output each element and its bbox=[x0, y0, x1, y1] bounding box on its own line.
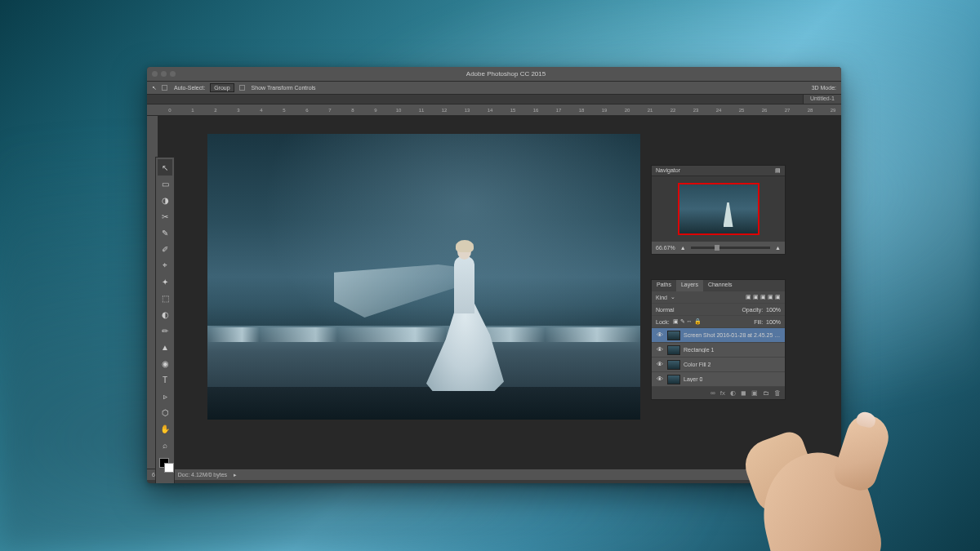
auto-select-label: Auto-Select: bbox=[174, 85, 205, 91]
tool-8[interactable]: ⬚ bbox=[158, 290, 172, 306]
panel-menu-icon[interactable]: ▤ bbox=[775, 167, 781, 174]
layer-thumb bbox=[667, 375, 680, 384]
layer-action-icon[interactable]: ◐ bbox=[730, 389, 736, 397]
layer-name: Layer 0 bbox=[684, 376, 702, 382]
tool-3[interactable]: ✂ bbox=[158, 208, 172, 224]
kind-label: Kind bbox=[656, 295, 667, 300]
tool-14[interactable]: ▹ bbox=[158, 388, 172, 404]
layers-panel[interactable]: PathsLayersChannels Kind ⌄ ▣ ▣ ▣ ▣ ▣ Nor… bbox=[651, 279, 786, 400]
tool-7[interactable]: ✦ bbox=[158, 273, 172, 290]
tool-4[interactable]: ✎ bbox=[158, 224, 172, 241]
tool-17[interactable]: ⌕ bbox=[158, 437, 172, 453]
filter-select[interactable]: ⌄ bbox=[670, 294, 675, 300]
zoom-in-icon[interactable]: ▲ bbox=[775, 245, 781, 251]
hand-holding-display bbox=[727, 400, 898, 551]
tool-10[interactable]: ✏ bbox=[158, 322, 172, 339]
tool-11[interactable]: ▲ bbox=[158, 339, 172, 355]
tool-13[interactable]: T bbox=[158, 371, 172, 388]
navigator-zoom[interactable]: 66.67% bbox=[656, 245, 675, 251]
layers-lock-row: Lock: ▣ ✎ ↔ 🔒 Fill: 100% bbox=[652, 316, 785, 328]
navigator-header: Navigator ▤ bbox=[652, 166, 785, 176]
layer-thumb bbox=[667, 345, 680, 355]
layer-action-icon[interactable]: ▣ bbox=[751, 389, 758, 397]
visibility-icon[interactable]: 👁 bbox=[655, 331, 664, 339]
tool-16[interactable]: ✋ bbox=[158, 420, 172, 437]
navigator-title: Navigator bbox=[656, 167, 680, 174]
layer-name: Screen Shot 2016-01-28 at 2.45.25 PM bbox=[684, 332, 782, 338]
layers-filter-row: Kind ⌄ ▣ ▣ ▣ ▣ ▣ bbox=[652, 291, 785, 304]
app-title: Adobe Photoshop CC 2015 bbox=[176, 70, 836, 78]
layer-name: Rectangle 1 bbox=[684, 347, 714, 353]
layer-row[interactable]: 👁Screen Shot 2016-01-28 at 2.45.25 PM bbox=[652, 328, 785, 343]
tab-layers[interactable]: Layers bbox=[676, 280, 703, 291]
auto-select-target[interactable]: Group bbox=[210, 83, 234, 92]
navigator-footer: 66.67% ▲ ▲ bbox=[652, 242, 785, 254]
layers-blend-row: Normal Opacity: 100% bbox=[652, 304, 785, 316]
toolbox: ↖▭◑✂✎✐⌖✦⬚◐✏▲◉T▹⬡✋⌕◐▭ bbox=[155, 157, 175, 483]
layer-action-icon[interactable]: ∞ bbox=[710, 389, 715, 397]
opacity-value[interactable]: 100% bbox=[766, 307, 781, 313]
blend-mode[interactable]: Normal bbox=[656, 307, 675, 313]
auto-select-checkbox[interactable] bbox=[162, 85, 167, 91]
tool-1[interactable]: ▭ bbox=[158, 176, 172, 192]
layers-footer: ∞fx◐◼▣🗀🗑 bbox=[652, 387, 785, 399]
fill-label: Fill: bbox=[754, 319, 763, 325]
lock-label: Lock: bbox=[656, 319, 670, 325]
status-doc: Doc: 4.12M/0 bytes bbox=[178, 472, 227, 478]
color-swatches[interactable] bbox=[158, 456, 172, 476]
layer-thumb bbox=[667, 360, 680, 370]
layer-thumb bbox=[667, 331, 680, 340]
tool-5[interactable]: ✐ bbox=[158, 241, 172, 257]
tool-15[interactable]: ⬡ bbox=[158, 404, 172, 420]
zoom-slider[interactable] bbox=[691, 247, 770, 249]
layer-action-icon[interactable]: 🗑 bbox=[774, 389, 781, 397]
tab-paths[interactable]: Paths bbox=[652, 280, 676, 291]
tool-0[interactable]: ↖ bbox=[158, 159, 172, 176]
options-bar: ↖ Auto-Select: Group Show Transform Cont… bbox=[147, 82, 841, 95]
tool-2[interactable]: ◑ bbox=[158, 192, 172, 208]
panel-tabs: PathsLayersChannels bbox=[652, 280, 785, 291]
visibility-icon[interactable]: 👁 bbox=[655, 361, 664, 368]
mode-label: 3D Mode: bbox=[812, 85, 836, 91]
navigator-thumbnail[interactable] bbox=[678, 183, 760, 235]
document-tab-bar: Untitled-1 bbox=[147, 95, 841, 104]
zoom-out-icon[interactable]: ▲ bbox=[680, 245, 686, 251]
opacity-label: Opacity: bbox=[742, 307, 763, 313]
layer-row[interactable]: 👁Rectangle 1 bbox=[652, 343, 785, 358]
status-arrow-icon[interactable]: ▸ bbox=[234, 472, 237, 478]
layer-action-icon[interactable]: fx bbox=[720, 389, 725, 397]
lock-icons[interactable]: ▣ ✎ ↔ 🔒 bbox=[673, 318, 702, 325]
layer-row[interactable]: 👁Layer 0 bbox=[652, 372, 785, 387]
layer-name: Color Fill 2 bbox=[684, 362, 710, 367]
layer-row[interactable]: 👁Color Fill 2 bbox=[652, 358, 785, 372]
canvas[interactable] bbox=[207, 134, 640, 420]
transform-label: Show Transform Controls bbox=[252, 85, 316, 91]
visibility-icon[interactable]: 👁 bbox=[655, 375, 664, 383]
fill-value[interactable]: 100% bbox=[766, 319, 781, 325]
titlebar: Adobe Photoshop CC 2015 bbox=[147, 67, 841, 82]
window-controls[interactable] bbox=[152, 71, 176, 77]
move-tool-icon: ↖ bbox=[152, 85, 157, 91]
tool-9[interactable]: ◐ bbox=[158, 306, 172, 322]
tool-12[interactable]: ◉ bbox=[158, 355, 172, 371]
navigator-panel[interactable]: Navigator ▤ 66.67% ▲ ▲ bbox=[651, 165, 786, 255]
tool-6[interactable]: ⌖ bbox=[158, 257, 172, 273]
navigator-body[interactable] bbox=[652, 176, 785, 242]
transform-checkbox[interactable] bbox=[239, 85, 245, 91]
quick-mask-icon[interactable]: ◐ bbox=[158, 479, 172, 483]
ruler-horizontal[interactable]: 0123456789101112131415161718192021222324… bbox=[147, 104, 841, 116]
layer-action-icon[interactable]: 🗀 bbox=[763, 389, 769, 397]
visibility-icon[interactable]: 👁 bbox=[655, 346, 664, 353]
layer-action-icon[interactable]: ◼ bbox=[741, 389, 746, 397]
document-tab[interactable]: Untitled-1 bbox=[803, 95, 841, 104]
tab-channels[interactable]: Channels bbox=[703, 280, 737, 291]
